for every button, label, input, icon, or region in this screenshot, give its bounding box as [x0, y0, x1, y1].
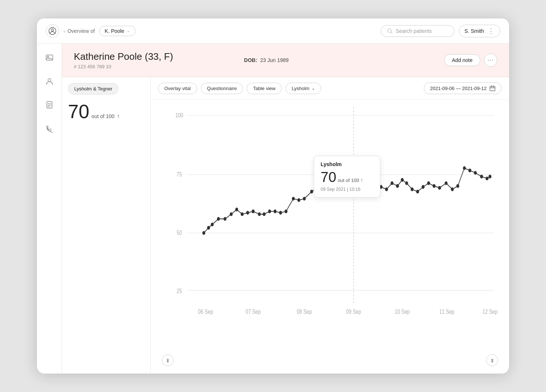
svg-text:07 Sep: 07 Sep — [245, 309, 261, 315]
svg-rect-7 — [490, 86, 495, 91]
user-menu-dots: ⋮ — [488, 27, 495, 35]
svg-point-71 — [474, 171, 477, 175]
svg-point-63 — [427, 181, 430, 185]
score-big: 70 — [68, 102, 89, 121]
patient-name: Katherine Poole (33, F) — [74, 51, 229, 62]
svg-point-23 — [202, 231, 205, 235]
table-view-button[interactable]: Table view — [247, 83, 282, 94]
date-range-text: 2021-09-06 — 2021-09-12 — [430, 86, 487, 91]
svg-point-66 — [444, 181, 447, 185]
svg-point-64 — [433, 184, 436, 188]
svg-point-59 — [405, 181, 408, 185]
svg-text:12 Sep: 12 Sep — [483, 309, 498, 315]
main-layout: Katherine Poole (33, F) # 123 456 789 10… — [37, 44, 509, 374]
search-icon — [387, 28, 393, 34]
pagination-left-icon: ||| — [167, 358, 169, 362]
chart-svg[interactable]: 100 75 50 25 06 Sep — [169, 107, 498, 351]
svg-text:08 Sep: 08 Sep — [297, 309, 312, 315]
more-actions-button[interactable]: ··· — [484, 54, 497, 67]
svg-text:75: 75 — [177, 171, 182, 178]
lysholm-filter-button[interactable]: Lysholm ⌄ — [285, 83, 321, 94]
svg-text:09 Sep: 09 Sep — [346, 309, 361, 315]
svg-point-32 — [252, 210, 255, 213]
pagination-right-button[interactable]: ||| — [486, 354, 498, 366]
svg-point-34 — [262, 212, 265, 216]
svg-point-1 — [51, 29, 54, 31]
tooltip-title: Lysholm — [321, 161, 373, 167]
svg-text:11 Sep: 11 Sep — [439, 309, 454, 315]
svg-point-58 — [401, 178, 404, 182]
svg-point-67 — [451, 188, 454, 191]
chart-panel: Overlay vital Questionnaire Table view L… — [151, 77, 509, 374]
patient-dob: DOB: 23 Jun 1989 — [244, 57, 289, 63]
svg-point-33 — [258, 212, 261, 216]
svg-point-74 — [488, 175, 491, 178]
sidebar-item-image[interactable] — [43, 51, 56, 64]
sidebar-item-document[interactable] — [43, 98, 56, 111]
svg-point-56 — [391, 181, 394, 185]
svg-point-29 — [235, 207, 238, 211]
svg-point-68 — [456, 184, 459, 188]
sidebar — [37, 44, 62, 374]
breadcrumb: ‹ Overview of — [63, 28, 95, 34]
score-value-container: 70 out of 100 ↑ — [62, 99, 150, 128]
patient-actions: Add note ··· — [444, 54, 497, 67]
lysholm-label: Lysholm — [292, 86, 309, 91]
overlay-vital-button[interactable]: Overlay vital — [158, 83, 197, 94]
search-bar[interactable]: Search patients — [381, 25, 454, 37]
tooltip-score-big: 70 — [321, 169, 336, 185]
sidebar-item-person[interactable] — [43, 75, 56, 88]
tooltip-score-row: 70 out of 100 ↑ — [321, 169, 373, 185]
lysholm-tegner-tab[interactable]: Lysholm & Tegner — [68, 83, 119, 94]
svg-point-36 — [274, 210, 277, 213]
svg-point-35 — [268, 210, 271, 213]
user-menu[interactable]: S. Smith ⋮ — [459, 25, 500, 37]
filter-bar: Overlay vital Questionnaire Table view L… — [151, 77, 509, 100]
svg-point-25 — [211, 223, 214, 226]
score-suffix: out of 100 — [92, 113, 114, 119]
svg-point-26 — [217, 217, 220, 221]
svg-point-41 — [303, 197, 306, 200]
dob-value: 23 Jun 1989 — [260, 57, 289, 63]
user-name: S. Smith — [464, 28, 484, 34]
svg-point-31 — [246, 211, 249, 214]
chevron-down-icon: ⌄ — [127, 28, 130, 33]
svg-point-38 — [285, 210, 288, 213]
chart-tooltip: Lysholm 70 out of 100 ↑ 09 Sep 2021 | 10… — [314, 156, 380, 197]
pagination-right-icon: ||| — [491, 358, 493, 362]
patient-selector[interactable]: K. Poole ⌄ — [99, 26, 135, 36]
chart-wrapper: 100 75 50 25 06 Sep — [151, 100, 509, 374]
add-note-button[interactable]: Add note — [444, 54, 480, 66]
score-arrow: ↑ — [117, 113, 120, 120]
questionnaire-button[interactable]: Questionnaire — [201, 83, 243, 94]
svg-rect-6 — [47, 102, 52, 108]
svg-point-28 — [230, 212, 233, 216]
score-panel: Lysholm & Tegner 70 out of 100 ↑ — [62, 77, 151, 374]
pagination-left-button[interactable]: ||| — [162, 354, 174, 366]
svg-point-27 — [224, 217, 227, 221]
svg-point-24 — [207, 226, 210, 230]
overview-link[interactable]: Overview of — [68, 28, 95, 34]
more-dots-icon: ··· — [488, 57, 494, 63]
sidebar-item-phone[interactable] — [43, 122, 56, 135]
calendar-icon — [490, 85, 495, 91]
svg-point-61 — [416, 190, 419, 193]
date-range-button[interactable]: 2021-09-06 — 2021-09-12 — [424, 82, 502, 94]
tooltip-score-arrow: ↑ — [361, 177, 363, 183]
back-icon[interactable]: ‹ — [63, 28, 65, 34]
chart-pagination: ||| ||| — [151, 351, 509, 370]
svg-point-70 — [468, 169, 471, 172]
svg-text:06 Sep: 06 Sep — [198, 309, 213, 315]
svg-point-55 — [385, 188, 388, 191]
svg-point-5 — [48, 79, 51, 82]
svg-point-40 — [297, 198, 300, 202]
patient-selector-name: K. Poole — [105, 28, 124, 34]
svg-text:50: 50 — [177, 230, 182, 236]
svg-text:100: 100 — [175, 112, 183, 118]
patient-id: # 123 456 789 10 — [74, 64, 229, 69]
svg-point-65 — [438, 186, 441, 190]
chart-section: Lysholm & Tegner 70 out of 100 ↑ Overlay… — [62, 77, 509, 374]
svg-point-60 — [411, 188, 413, 191]
svg-point-37 — [279, 211, 282, 214]
svg-point-30 — [241, 212, 244, 216]
